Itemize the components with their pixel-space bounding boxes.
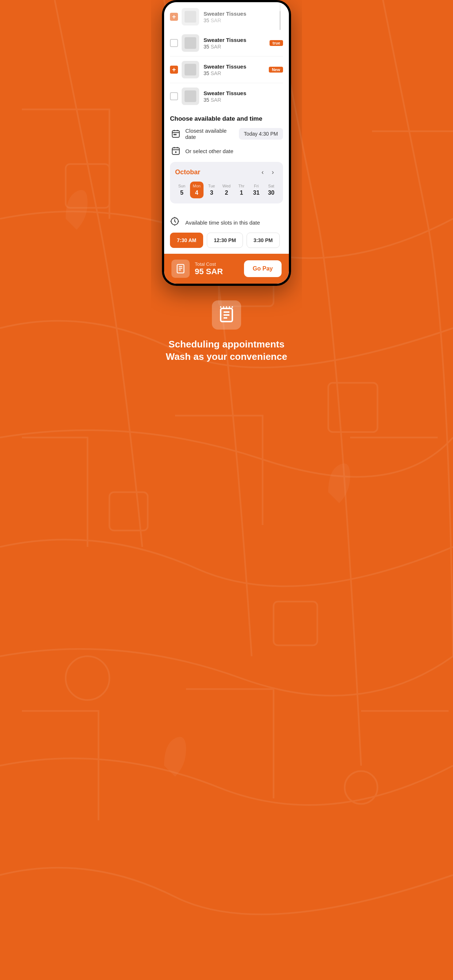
day-number: 4 bbox=[195, 189, 198, 196]
checkbox[interactable] bbox=[170, 39, 178, 47]
receipt-icon bbox=[171, 259, 190, 278]
product-price: 35 SAR bbox=[204, 97, 283, 103]
closest-date-row: Closest available date Today 4:30 PM bbox=[170, 127, 283, 140]
day-number: 30 bbox=[268, 189, 274, 196]
total-cost-value: 95 SAR bbox=[195, 267, 244, 276]
scroll-indicator bbox=[279, 4, 281, 30]
product-info: Sweater Tissues 35 SAR bbox=[204, 11, 283, 23]
product-name: Sweater Tissues bbox=[204, 90, 283, 96]
calendar-month: Octobar bbox=[175, 169, 257, 176]
product-name: Sweater Tissues bbox=[204, 11, 283, 17]
calendar-day[interactable]: Mon 4 bbox=[190, 181, 204, 198]
day-number: 2 bbox=[225, 189, 228, 196]
go-pay-button[interactable]: Go Pay bbox=[244, 260, 282, 277]
calendar-day[interactable]: Tue 3 bbox=[205, 181, 219, 198]
day-name: Sun bbox=[179, 184, 186, 188]
day-name: Sat bbox=[268, 184, 274, 188]
day-name: Mon bbox=[193, 184, 201, 188]
cost-info: Total Cost 95 SAR bbox=[195, 261, 244, 276]
svg-point-8 bbox=[174, 134, 175, 135]
svg-rect-10 bbox=[172, 148, 179, 154]
calendar-day[interactable]: Thr 1 bbox=[234, 181, 248, 198]
calendar-header: Octobar ‹ › bbox=[175, 167, 278, 177]
day-name: Tue bbox=[208, 184, 215, 188]
day-name: Wed bbox=[222, 184, 231, 188]
next-month-button[interactable]: › bbox=[268, 167, 278, 177]
time-slot-button[interactable]: 12:30 PM bbox=[207, 232, 243, 248]
list-item: + Sweater Tissues 35 SAR New bbox=[170, 57, 283, 83]
phone-shell: + Sweater Tissues 35 SAR bbox=[162, 0, 291, 286]
new-badge: true bbox=[270, 40, 283, 46]
list-item: Sweater Tissues 35 SAR true bbox=[170, 30, 283, 57]
list-item: Sweater Tissues 35 SAR bbox=[170, 83, 283, 110]
total-cost-label: Total Cost bbox=[195, 261, 244, 267]
bottom-bar: Total Cost 95 SAR Go Pay bbox=[164, 254, 289, 284]
day-name: Fri bbox=[254, 184, 258, 188]
day-name: Thr bbox=[239, 184, 245, 188]
promo-text: Scheduling appointments Wash as your con… bbox=[162, 338, 291, 363]
product-thumbnail bbox=[182, 34, 199, 52]
add-calendar-icon bbox=[170, 145, 182, 157]
time-section: Available time slots in this date 7:30 A… bbox=[164, 216, 289, 254]
promo-icon bbox=[212, 301, 241, 329]
product-list-top: + Sweater Tissues 35 SAR bbox=[164, 2, 289, 30]
add-button[interactable]: + bbox=[170, 65, 178, 74]
product-thumbnail bbox=[182, 61, 199, 78]
other-date-row[interactable]: Or select other date bbox=[170, 145, 283, 157]
time-slot-button[interactable]: 3:30 PM bbox=[247, 232, 280, 248]
promo-area: Scheduling appointments Wash as your con… bbox=[151, 286, 302, 381]
time-slot-label: Available time slots in this date bbox=[185, 220, 260, 226]
product-thumbnail bbox=[182, 8, 199, 25]
time-slots-container: 7:30 AM12:30 PM3:30 PM bbox=[170, 232, 283, 248]
closest-date-label: Closest available date bbox=[185, 127, 239, 140]
checkbox[interactable] bbox=[170, 92, 178, 100]
scroll-thumb bbox=[279, 11, 281, 30]
prev-month-button[interactable]: ‹ bbox=[257, 167, 268, 177]
product-price: 35 SAR bbox=[204, 18, 283, 23]
calendar-days: Sun 5 Mon 4 Tue 3 Wed 2 Thr 1 Fri 31 Sat… bbox=[175, 181, 278, 198]
day-number: 3 bbox=[210, 189, 214, 196]
product-thumbnail bbox=[182, 88, 199, 105]
closest-date-value: Today 4:30 PM bbox=[239, 128, 283, 140]
product-info: Sweater Tissues 35 SAR bbox=[204, 90, 283, 103]
svg-point-9 bbox=[175, 134, 176, 135]
phone-screen: + Sweater Tissues 35 SAR bbox=[164, 2, 289, 284]
calendar-day[interactable]: Wed 2 bbox=[220, 181, 233, 198]
new-badge: New bbox=[269, 67, 283, 73]
section-title: Choose available date and time bbox=[170, 115, 283, 123]
calendar-day[interactable]: Sat 30 bbox=[265, 181, 278, 198]
day-number: 31 bbox=[253, 189, 260, 196]
list-item: + Sweater Tissues 35 SAR bbox=[170, 4, 283, 30]
date-section: Choose available date and time Closest a… bbox=[164, 110, 289, 216]
day-number: 5 bbox=[180, 189, 183, 196]
day-number: 1 bbox=[239, 189, 243, 196]
calendar-icon bbox=[170, 128, 182, 140]
calendar-day[interactable]: Fri 31 bbox=[249, 181, 263, 198]
calendar-day[interactable]: Sun 5 bbox=[175, 181, 188, 198]
add-button[interactable]: + bbox=[170, 13, 178, 21]
calendar: Octobar ‹ › Sun 5 Mon 4 Tue 3 Wed 2 Thr … bbox=[170, 162, 283, 204]
product-list: Sweater Tissues 35 SAR true + Sweater Ti… bbox=[164, 30, 289, 110]
other-date-label: Or select other date bbox=[185, 148, 283, 154]
time-slot-button[interactable]: 7:30 AM bbox=[170, 232, 203, 248]
clock-icon bbox=[170, 216, 182, 228]
time-label-row: Available time slots in this date bbox=[170, 216, 283, 228]
